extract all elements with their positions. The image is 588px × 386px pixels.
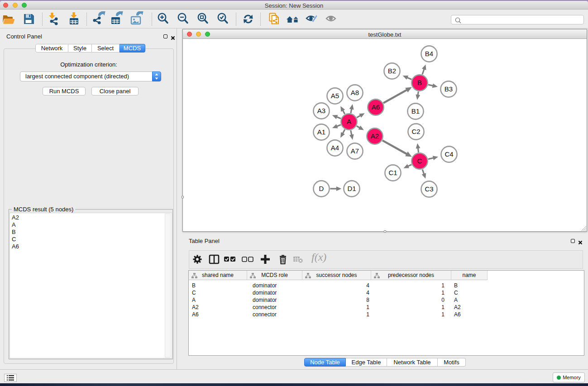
- svg-text:D1: D1: [347, 185, 356, 192]
- svg-text:C1: C1: [388, 169, 397, 176]
- svg-text:A3: A3: [317, 107, 325, 114]
- svg-text:A8: A8: [351, 89, 359, 96]
- svg-text:A6: A6: [372, 103, 380, 111]
- svg-text:A: A: [347, 118, 351, 125]
- svg-text:C: C: [417, 157, 422, 165]
- svg-text:B4: B4: [425, 50, 433, 57]
- svg-text:C3: C3: [425, 185, 433, 193]
- svg-text:B1: B1: [411, 107, 420, 115]
- svg-text:C4: C4: [445, 150, 453, 158]
- svg-text:B2: B2: [388, 67, 396, 75]
- svg-text:A5: A5: [331, 92, 339, 100]
- svg-text:A7: A7: [351, 147, 359, 155]
- svg-text:C2: C2: [411, 128, 420, 135]
- svg-text:D: D: [319, 185, 324, 192]
- svg-text:A2: A2: [371, 132, 379, 140]
- svg-text:A4: A4: [331, 144, 339, 152]
- svg-text:B: B: [417, 79, 422, 86]
- svg-text:B3: B3: [445, 85, 453, 93]
- svg-text:A1: A1: [317, 128, 325, 136]
